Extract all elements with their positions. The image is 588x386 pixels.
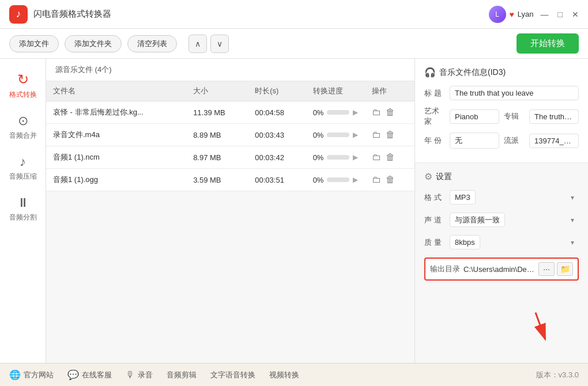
folder-action-icon[interactable]: 🗀 (372, 175, 381, 185)
quality-select-wrapper: 8kbps (450, 235, 579, 249)
cell-filename: 音频1 (1).ncm (46, 146, 186, 169)
album-field[interactable]: The truth that y (529, 109, 579, 124)
col-action: 操作 (365, 81, 414, 101)
record-label: 录音 (138, 370, 153, 380)
sidebar-item-compress[interactable]: ♪ 音频压缩 (0, 147, 46, 188)
toolbar: 添加文件 添加文件夹 清空列表 ∧ ∨ 开始转换 (0, 29, 588, 59)
headphone-icon: 🎧 (424, 67, 436, 78)
user-name: Lyan (518, 10, 534, 18)
file-area: 源音乐文件 (4个) 文件名 大小 时长(s) 转换进度 操作 哀怿 - 非常后… (46, 59, 415, 363)
move-down-button[interactable]: ∨ (210, 35, 229, 53)
heart-icon: ♥ (510, 10, 514, 19)
video-label: 视频转换 (269, 370, 299, 380)
cell-size: 8.97 MB (186, 146, 248, 169)
col-size: 大小 (186, 81, 248, 101)
sidebar-item-merge[interactable]: ⊙ 音频合并 (0, 107, 46, 147)
settings-title-text: 设置 (436, 172, 452, 182)
cell-progress: 0% ▶ (306, 169, 365, 191)
add-file-button[interactable]: 添加文件 (9, 35, 59, 52)
format-select[interactable]: MP3 (450, 190, 476, 205)
bottom-item-tts[interactable]: 文字语音转换 (210, 370, 255, 380)
title-field[interactable]: The truth that you leave (450, 86, 579, 100)
settings-section: ⚙ 设置 格 式 MP3 声 道 与源音频一致 (415, 163, 588, 363)
bottom-item-website[interactable]: 🌐 官方网站 (9, 369, 54, 380)
format-select-wrapper: MP3 (450, 190, 579, 205)
bottom-item-record[interactable]: 🎙 录音 (126, 370, 153, 380)
delete-action-icon[interactable]: 🗑 (386, 152, 395, 162)
output-label: 输出目录 (430, 264, 460, 274)
info-section: 🎧 音乐文件信息(ID3) 标 题 The truth that you lea… (415, 59, 588, 163)
col-duration: 时长(s) (248, 81, 306, 101)
cell-action: 🗀 🗑 (365, 101, 414, 124)
col-progress: 转换进度 (306, 81, 365, 101)
cell-progress: 0% ▶ (306, 146, 365, 169)
website-label: 官方网站 (24, 370, 54, 380)
sidebar-item-format[interactable]: ↻ 格式转换 (0, 65, 46, 107)
cell-size: 3.59 MB (186, 169, 248, 191)
gear-icon: ⚙ (424, 171, 432, 182)
delete-action-icon[interactable]: 🗑 (386, 175, 395, 185)
table-row: 音频1 (1).ogg 3.59 MB 00:03:51 0% ▶ 🗀 (46, 169, 414, 191)
table-row: 录音文件.m4a 8.89 MB 00:03:43 0% ▶ 🗀 🗑 (46, 124, 414, 146)
restore-button[interactable]: □ (558, 10, 563, 18)
titlebar-right: L ♥ Lyan — □ ✕ (489, 6, 579, 23)
sidebar-item-compress-label: 音频压缩 (9, 172, 37, 181)
add-folder-button[interactable]: 添加文件夹 (65, 35, 122, 52)
artist-field[interactable]: Pianob (450, 109, 499, 124)
clear-list-button[interactable]: 清空列表 (127, 35, 177, 52)
progress-text: 0% (313, 131, 324, 139)
progress-text: 0% (313, 108, 324, 117)
folder-action-icon[interactable]: 🗀 (372, 130, 381, 140)
close-button[interactable]: ✕ (572, 10, 579, 18)
nav-buttons: ∧ ∨ (189, 35, 229, 53)
folder-action-icon[interactable]: 🗀 (372, 152, 381, 162)
move-up-button[interactable]: ∧ (189, 35, 207, 53)
output-row: 输出目录 C:\Users\admin\Desktc ··· 📁 (424, 258, 579, 281)
output-buttons: ··· 📁 (538, 262, 573, 276)
cell-progress: 0% ▶ (306, 124, 365, 146)
delete-action-icon[interactable]: 🗑 (386, 107, 395, 118)
channel-label: 声 道 (424, 215, 445, 225)
cell-action: 🗀 🗑 (365, 169, 414, 191)
progress-arrow-icon: ▶ (353, 153, 358, 161)
genre-field[interactable]: 139774_13934 (529, 134, 579, 148)
bottom-item-audioedit[interactable]: 音频剪辑 (167, 370, 197, 380)
bottombar: 🌐 官方网站 💬 在线客服 🎙 录音 音频剪辑 文字语音转换 视频转换 版本：v… (0, 363, 588, 386)
output-dots-button[interactable]: ··· (538, 262, 555, 276)
quality-select[interactable]: 8kbps (450, 235, 480, 249)
start-convert-button[interactable]: 开始转换 (517, 33, 579, 54)
format-label: 格 式 (424, 192, 445, 203)
support-label: 在线客服 (82, 370, 112, 380)
progress-arrow-icon: ▶ (353, 176, 358, 184)
title-label: 标 题 (424, 88, 445, 99)
sidebar-item-merge-label: 音频合并 (9, 131, 37, 141)
cell-action: 🗀 🗑 (365, 124, 414, 146)
sidebar-item-split[interactable]: ⏸ 音频分割 (0, 188, 46, 229)
cell-filename: 录音文件.m4a (46, 124, 186, 146)
red-arrow (517, 305, 564, 352)
info-title-text: 音乐文件信息(ID3) (439, 67, 506, 78)
version-text: 版本：v3.3.0 (536, 370, 579, 380)
channel-row: 声 道 与源音频一致 (424, 213, 579, 227)
audioedit-label: 音频剪辑 (167, 370, 197, 380)
cell-progress: 0% ▶ (306, 101, 365, 124)
split-icon: ⏸ (17, 195, 29, 210)
cell-action: 🗀 🗑 (365, 146, 414, 169)
folder-action-icon[interactable]: 🗀 (372, 107, 381, 118)
cell-size: 11.39 MB (186, 101, 248, 124)
delete-action-icon[interactable]: 🗑 (386, 130, 395, 140)
output-folder-button[interactable]: 📁 (557, 262, 573, 276)
cell-duration: 00:04:58 (248, 101, 306, 124)
cell-filename: 音频1 (1).ogg (46, 169, 186, 191)
file-area-header: 源音乐文件 (4个) (46, 59, 414, 81)
website-icon: 🌐 (9, 369, 21, 380)
minimize-button[interactable]: — (541, 10, 549, 18)
album-label: 专辑 (504, 111, 525, 122)
bottom-item-support[interactable]: 💬 在线客服 (67, 369, 112, 380)
artist-label: 艺术家 (424, 106, 445, 127)
cell-duration: 00:03:51 (248, 169, 306, 191)
channel-select[interactable]: 与源音频一致 (450, 213, 505, 227)
year-field[interactable]: 无 (450, 133, 499, 149)
genre-label: 流派 (504, 135, 525, 146)
bottom-item-video[interactable]: 视频转换 (269, 370, 299, 380)
